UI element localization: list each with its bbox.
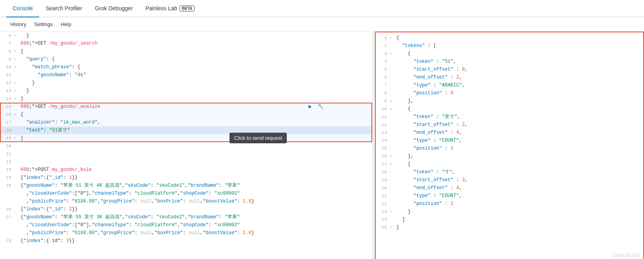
line-code: { (19, 47, 372, 55)
fold-arrow[interactable]: ▸ (14, 95, 19, 103)
output-line-code: "position" : 2 (395, 200, 643, 208)
output-line-code: "position" : 0 (395, 89, 643, 97)
output-fold-arrow[interactable]: ▸ (390, 223, 395, 231)
output-line-code: "position" : 1 (395, 145, 643, 152)
wrench-button[interactable]: 🔧 (316, 103, 325, 111)
output-line-5: 5 "start_offset" : 0, (376, 66, 643, 73)
code-line-27: 28 {"index":{ id": 3}} (0, 237, 372, 245)
fold-arrow[interactable]: ▸ (14, 111, 19, 118)
output-line-12: 12 "start_offset" : 2, (376, 121, 643, 129)
tab-console[interactable]: Console (6, 0, 39, 17)
output-line-number: 23 (376, 208, 390, 216)
code-line-8: 13▸ } (0, 87, 372, 95)
output-line-20: 20 "end_offset" : 4, (376, 184, 643, 192)
line-number: 15 (0, 103, 14, 111)
nav-history[interactable]: History (6, 20, 30, 29)
output-line-number: 4 (376, 58, 390, 66)
line-number: 12 (0, 79, 14, 87)
fold-arrow[interactable]: ▸ (14, 55, 19, 63)
code-line-19: 24 {"index":{"_id": 1}} (0, 174, 372, 182)
code-line-12: 17 "analyzer": "ik_max_word", (0, 118, 372, 126)
output-line-code: "end_offset" : 4, (395, 129, 643, 137)
code-line-25: ,"closeUserCode":["0"],"channelType": "c… (0, 221, 372, 229)
output-fold-arrow[interactable]: ▸ (390, 50, 395, 58)
output-line-code: } (395, 223, 643, 231)
output-line-23: 23▸ } (376, 208, 643, 216)
output-line-code: "tokens" : [ (395, 42, 643, 50)
output-line-number: 25 (376, 223, 390, 231)
output-line-number: 20 (376, 184, 390, 192)
code-line-15: 20 (0, 142, 372, 150)
line-code: ,"publicPrice": "6188.88","groupPrice": … (19, 229, 372, 237)
output-line-code: } (395, 208, 643, 216)
output-line-code: { (395, 105, 643, 113)
output-fold-arrow[interactable]: ▸ (390, 97, 395, 105)
line-number: 27 (0, 213, 14, 221)
output-line-number: 9 (376, 97, 390, 105)
output-line-number: 12 (376, 121, 390, 129)
output-line-number: 24 (376, 216, 390, 223)
output-line-number: 16 (376, 152, 390, 160)
nav-settings[interactable]: Settings (30, 20, 57, 29)
output-line-7: 7 "type" : "ARABIC", (376, 81, 643, 89)
code-line-14: 19▸} (0, 134, 372, 142)
line-code: 600;">GET /my_goods/_search (19, 39, 372, 47)
line-number: 13 (0, 87, 14, 95)
tab-search-profiler[interactable]: Search Profiler (39, 0, 89, 17)
output-line-number: 15 (376, 145, 390, 152)
code-line-21: ,"closeUserCode":["0"],"channelType": "c… (0, 190, 372, 197)
output-line-2: 2 "tokens" : [ (376, 42, 643, 50)
nav-help[interactable]: Help (57, 20, 75, 29)
output-line-code: { (395, 34, 643, 42)
tab-grok-debugger[interactable]: Grok Debugger (89, 0, 139, 17)
fold-arrow[interactable]: ▸ (14, 79, 19, 87)
output-line-number: 17 (376, 160, 390, 168)
code-line-18: 23 600;">POST my_goods/_bulk (0, 166, 372, 174)
output-line-code: "end_offset" : 4, (395, 184, 643, 192)
send-request-button[interactable]: ▶ (306, 103, 314, 111)
line-code: } (19, 134, 372, 142)
code-line-13: 18 "text": "51英寸" (0, 126, 372, 134)
line-number: 21 (0, 150, 14, 158)
line-code: 600;">POST my_goods/_bulk (19, 166, 372, 174)
output-line-number: 13 (376, 129, 390, 137)
output-line-18: 18 "token" : "寸", (376, 168, 643, 176)
fold-arrow[interactable]: ▸ (14, 32, 19, 39)
output-line-number: 5 (376, 66, 390, 73)
output-line-code: "start_offset" : 3, (395, 176, 643, 184)
fold-arrow[interactable]: ▸ (14, 87, 19, 95)
fold-arrow[interactable]: ▸ (14, 63, 19, 71)
output-line-24: 24 ] (376, 216, 643, 223)
output-line-code: "type" : "COUNT", (395, 137, 643, 145)
line-code: "goodsName": "4k" (19, 71, 372, 79)
output-fold-arrow[interactable]: ▸ (390, 208, 395, 216)
output-line-number: 6 (376, 73, 390, 81)
line-code: {"index":{"_id": 2}} (19, 205, 372, 213)
output-fold-arrow[interactable]: ▸ (390, 34, 395, 42)
line-number: 17 (0, 118, 14, 126)
line-code: "query": { (19, 55, 372, 63)
line-number: 10 (0, 63, 14, 71)
line-number: 25 (0, 182, 14, 190)
output-fold-arrow[interactable]: ▸ (390, 152, 395, 160)
code-line-6: 11 "goodsName": "4k" (0, 71, 372, 79)
output-line-1: 1▸{ (376, 34, 643, 42)
output-line-number: 19 (376, 176, 390, 184)
editor-panel[interactable]: 6▸ }7 600;">GET /my_goods/_search8▸{9▸ "… (0, 32, 373, 259)
fold-arrow[interactable]: ▸ (14, 47, 19, 55)
output-line-number: 11 (376, 113, 390, 121)
output-panel[interactable]: 1▸{2 "tokens" : [3▸ {4 "token" : "51",5 … (375, 32, 644, 259)
line-number: 19 (0, 134, 14, 142)
output-fold-arrow[interactable]: ▸ (390, 105, 395, 113)
output-line-9: 9▸ }, (376, 97, 643, 105)
fold-arrow[interactable]: ▸ (14, 134, 19, 142)
line-number: 6 (0, 32, 14, 39)
tab-painless-lab[interactable]: Painless Lab BETA (139, 0, 201, 17)
line-number: 7 (0, 39, 14, 47)
output-line-19: 19 "start_offset" : 3, (376, 176, 643, 184)
output-line-17: 17▸ { (376, 160, 643, 168)
output-line-code: "type" : "ARABIC", (395, 81, 643, 89)
output-fold-arrow[interactable]: ▸ (390, 160, 395, 168)
code-line-5: 10▸ "match_phrase": { (0, 63, 372, 71)
output-line-number: 2 (376, 42, 390, 50)
